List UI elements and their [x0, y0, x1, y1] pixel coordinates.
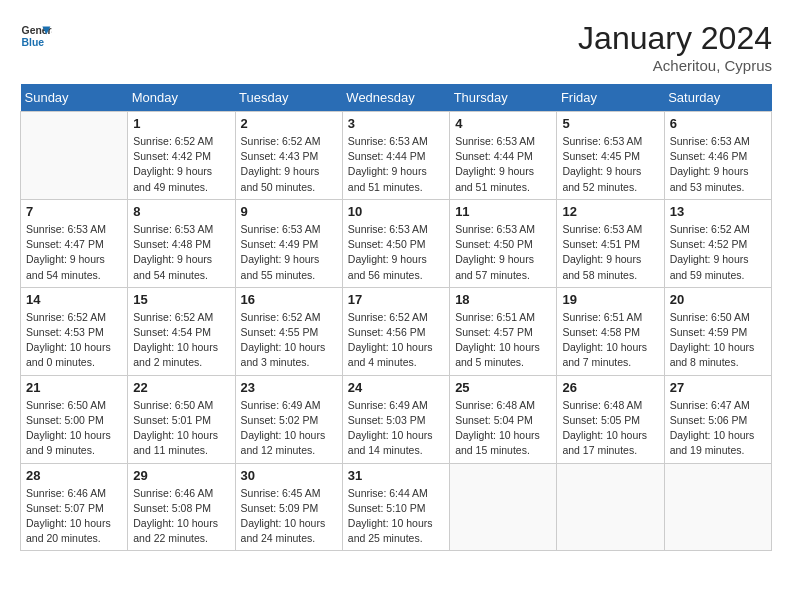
calendar-cell: 12Sunrise: 6:53 AM Sunset: 4:51 PM Dayli… [557, 199, 664, 287]
day-info: Sunrise: 6:51 AM Sunset: 4:58 PM Dayligh… [562, 310, 658, 371]
day-info: Sunrise: 6:53 AM Sunset: 4:45 PM Dayligh… [562, 134, 658, 195]
weekday-header-row: SundayMondayTuesdayWednesdayThursdayFrid… [21, 84, 772, 112]
day-number: 5 [562, 116, 658, 131]
day-info: Sunrise: 6:53 AM Sunset: 4:51 PM Dayligh… [562, 222, 658, 283]
calendar-week-row: 14Sunrise: 6:52 AM Sunset: 4:53 PM Dayli… [21, 287, 772, 375]
day-info: Sunrise: 6:44 AM Sunset: 5:10 PM Dayligh… [348, 486, 444, 547]
day-info: Sunrise: 6:52 AM Sunset: 4:43 PM Dayligh… [241, 134, 337, 195]
day-info: Sunrise: 6:53 AM Sunset: 4:50 PM Dayligh… [455, 222, 551, 283]
day-number: 27 [670, 380, 766, 395]
day-number: 10 [348, 204, 444, 219]
day-number: 22 [133, 380, 229, 395]
weekday-header-wednesday: Wednesday [342, 84, 449, 112]
weekday-header-friday: Friday [557, 84, 664, 112]
calendar-cell: 26Sunrise: 6:48 AM Sunset: 5:05 PM Dayli… [557, 375, 664, 463]
calendar-cell: 27Sunrise: 6:47 AM Sunset: 5:06 PM Dayli… [664, 375, 771, 463]
day-number: 9 [241, 204, 337, 219]
calendar-cell: 28Sunrise: 6:46 AM Sunset: 5:07 PM Dayli… [21, 463, 128, 551]
day-number: 28 [26, 468, 122, 483]
calendar-week-row: 21Sunrise: 6:50 AM Sunset: 5:00 PM Dayli… [21, 375, 772, 463]
day-info: Sunrise: 6:52 AM Sunset: 4:42 PM Dayligh… [133, 134, 229, 195]
calendar-cell: 10Sunrise: 6:53 AM Sunset: 4:50 PM Dayli… [342, 199, 449, 287]
day-info: Sunrise: 6:45 AM Sunset: 5:09 PM Dayligh… [241, 486, 337, 547]
calendar-cell [450, 463, 557, 551]
calendar-cell: 13Sunrise: 6:52 AM Sunset: 4:52 PM Dayli… [664, 199, 771, 287]
day-number: 25 [455, 380, 551, 395]
day-number: 19 [562, 292, 658, 307]
calendar-table: SundayMondayTuesdayWednesdayThursdayFrid… [20, 84, 772, 551]
calendar-cell: 22Sunrise: 6:50 AM Sunset: 5:01 PM Dayli… [128, 375, 235, 463]
day-number: 13 [670, 204, 766, 219]
month-year: January 2024 [578, 20, 772, 57]
calendar-cell: 7Sunrise: 6:53 AM Sunset: 4:47 PM Daylig… [21, 199, 128, 287]
day-info: Sunrise: 6:50 AM Sunset: 5:01 PM Dayligh… [133, 398, 229, 459]
calendar-cell: 4Sunrise: 6:53 AM Sunset: 4:44 PM Daylig… [450, 112, 557, 200]
title-block: January 2024 Acheritou, Cyprus [578, 20, 772, 74]
calendar-cell: 9Sunrise: 6:53 AM Sunset: 4:49 PM Daylig… [235, 199, 342, 287]
calendar-cell: 25Sunrise: 6:48 AM Sunset: 5:04 PM Dayli… [450, 375, 557, 463]
day-info: Sunrise: 6:48 AM Sunset: 5:05 PM Dayligh… [562, 398, 658, 459]
calendar-cell: 20Sunrise: 6:50 AM Sunset: 4:59 PM Dayli… [664, 287, 771, 375]
logo: General Blue [20, 20, 52, 52]
calendar-cell: 11Sunrise: 6:53 AM Sunset: 4:50 PM Dayli… [450, 199, 557, 287]
day-info: Sunrise: 6:46 AM Sunset: 5:08 PM Dayligh… [133, 486, 229, 547]
day-info: Sunrise: 6:53 AM Sunset: 4:44 PM Dayligh… [455, 134, 551, 195]
day-number: 23 [241, 380, 337, 395]
day-number: 20 [670, 292, 766, 307]
day-number: 1 [133, 116, 229, 131]
day-info: Sunrise: 6:53 AM Sunset: 4:49 PM Dayligh… [241, 222, 337, 283]
calendar-cell [21, 112, 128, 200]
calendar-cell: 17Sunrise: 6:52 AM Sunset: 4:56 PM Dayli… [342, 287, 449, 375]
calendar-cell: 5Sunrise: 6:53 AM Sunset: 4:45 PM Daylig… [557, 112, 664, 200]
day-info: Sunrise: 6:53 AM Sunset: 4:48 PM Dayligh… [133, 222, 229, 283]
calendar-cell [557, 463, 664, 551]
calendar-cell: 14Sunrise: 6:52 AM Sunset: 4:53 PM Dayli… [21, 287, 128, 375]
calendar-cell: 23Sunrise: 6:49 AM Sunset: 5:02 PM Dayli… [235, 375, 342, 463]
day-info: Sunrise: 6:50 AM Sunset: 5:00 PM Dayligh… [26, 398, 122, 459]
day-info: Sunrise: 6:53 AM Sunset: 4:46 PM Dayligh… [670, 134, 766, 195]
weekday-header-sunday: Sunday [21, 84, 128, 112]
calendar-cell: 19Sunrise: 6:51 AM Sunset: 4:58 PM Dayli… [557, 287, 664, 375]
logo-icon: General Blue [20, 20, 52, 52]
day-info: Sunrise: 6:47 AM Sunset: 5:06 PM Dayligh… [670, 398, 766, 459]
calendar-cell [664, 463, 771, 551]
calendar-cell: 1Sunrise: 6:52 AM Sunset: 4:42 PM Daylig… [128, 112, 235, 200]
day-number: 18 [455, 292, 551, 307]
day-info: Sunrise: 6:52 AM Sunset: 4:56 PM Dayligh… [348, 310, 444, 371]
calendar-week-row: 1Sunrise: 6:52 AM Sunset: 4:42 PM Daylig… [21, 112, 772, 200]
day-number: 15 [133, 292, 229, 307]
weekday-header-thursday: Thursday [450, 84, 557, 112]
calendar-cell: 2Sunrise: 6:52 AM Sunset: 4:43 PM Daylig… [235, 112, 342, 200]
day-info: Sunrise: 6:52 AM Sunset: 4:54 PM Dayligh… [133, 310, 229, 371]
calendar-cell: 8Sunrise: 6:53 AM Sunset: 4:48 PM Daylig… [128, 199, 235, 287]
day-number: 14 [26, 292, 122, 307]
calendar-cell: 15Sunrise: 6:52 AM Sunset: 4:54 PM Dayli… [128, 287, 235, 375]
location: Acheritou, Cyprus [578, 57, 772, 74]
day-number: 2 [241, 116, 337, 131]
calendar-cell: 3Sunrise: 6:53 AM Sunset: 4:44 PM Daylig… [342, 112, 449, 200]
calendar-cell: 18Sunrise: 6:51 AM Sunset: 4:57 PM Dayli… [450, 287, 557, 375]
day-info: Sunrise: 6:52 AM Sunset: 4:53 PM Dayligh… [26, 310, 122, 371]
day-number: 24 [348, 380, 444, 395]
weekday-header-tuesday: Tuesday [235, 84, 342, 112]
calendar-cell: 31Sunrise: 6:44 AM Sunset: 5:10 PM Dayli… [342, 463, 449, 551]
weekday-header-monday: Monday [128, 84, 235, 112]
day-info: Sunrise: 6:53 AM Sunset: 4:47 PM Dayligh… [26, 222, 122, 283]
day-number: 17 [348, 292, 444, 307]
day-info: Sunrise: 6:51 AM Sunset: 4:57 PM Dayligh… [455, 310, 551, 371]
day-number: 21 [26, 380, 122, 395]
page-header: General Blue January 2024 Acheritou, Cyp… [20, 20, 772, 74]
day-number: 16 [241, 292, 337, 307]
svg-text:Blue: Blue [22, 37, 45, 48]
day-info: Sunrise: 6:53 AM Sunset: 4:50 PM Dayligh… [348, 222, 444, 283]
calendar-cell: 6Sunrise: 6:53 AM Sunset: 4:46 PM Daylig… [664, 112, 771, 200]
day-info: Sunrise: 6:52 AM Sunset: 4:52 PM Dayligh… [670, 222, 766, 283]
calendar-cell: 24Sunrise: 6:49 AM Sunset: 5:03 PM Dayli… [342, 375, 449, 463]
day-number: 12 [562, 204, 658, 219]
weekday-header-saturday: Saturday [664, 84, 771, 112]
day-number: 11 [455, 204, 551, 219]
day-number: 31 [348, 468, 444, 483]
day-info: Sunrise: 6:53 AM Sunset: 4:44 PM Dayligh… [348, 134, 444, 195]
calendar-cell: 29Sunrise: 6:46 AM Sunset: 5:08 PM Dayli… [128, 463, 235, 551]
day-info: Sunrise: 6:48 AM Sunset: 5:04 PM Dayligh… [455, 398, 551, 459]
